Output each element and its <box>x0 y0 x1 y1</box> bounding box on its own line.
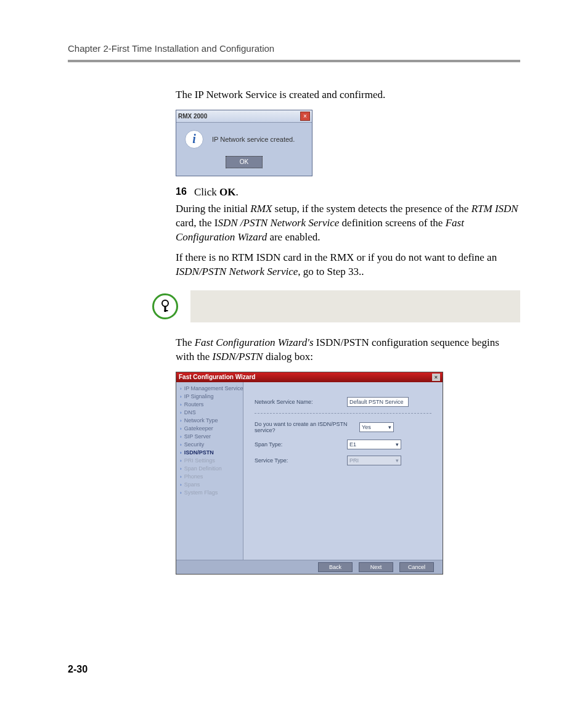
key-icon <box>152 293 178 319</box>
p4-fcw: Fast Configuration Wizard's <box>195 337 314 348</box>
close-icon[interactable]: × <box>432 374 440 381</box>
p4-c: dialog box: <box>263 351 313 362</box>
span-type-label: Span Type: <box>255 441 347 448</box>
sidebar-item-sip-server[interactable]: ›SIP Server <box>176 433 243 441</box>
service-type-label: Service Type: <box>255 457 347 464</box>
sidebar-item-phones[interactable]: ›Phones <box>176 473 243 481</box>
wizard-main: Network Service Name: Default PSTN Servi… <box>243 382 443 560</box>
dialog-rmx2000: RMX 2000 × i IP Network service created.… <box>176 110 312 176</box>
chevron-icon: › <box>180 482 182 488</box>
network-service-name-input[interactable]: Default PSTN Service <box>347 397 409 407</box>
sidebar-item-routers[interactable]: ›Routers <box>176 401 243 409</box>
step-text-b: . <box>236 186 239 198</box>
info-icon: i <box>185 130 203 149</box>
sidebar-item-ip-signaling[interactable]: ›IP Signaling <box>176 393 243 401</box>
p3-b: , go to Step 33.. <box>298 266 364 277</box>
wizard-footer: Back Next Cancel <box>176 560 443 574</box>
sidebar-item-span-definition[interactable]: ›Span Definition <box>176 465 243 473</box>
chevron-icon: › <box>180 394 182 399</box>
paragraph-4: The Fast Configuration Wizard's ISDN/PST… <box>176 336 520 364</box>
back-button[interactable]: Back <box>318 562 353 572</box>
sidebar-item-ip-management[interactable]: ›IP Management Service <box>176 385 243 393</box>
chevron-down-icon: ▾ <box>396 457 399 464</box>
paragraph-intro: The IP Network Service is created and co… <box>176 88 520 102</box>
chevron-icon: › <box>180 474 182 480</box>
p2-rtm: RTM ISDN <box>472 203 518 215</box>
chevron-icon: › <box>180 386 182 391</box>
span-type-select[interactable]: E1▾ <box>347 440 401 449</box>
dialog-message: IP Network service created. <box>212 136 295 143</box>
sidebar-item-isdn-pstn[interactable]: ›ISDN/PSTN <box>176 449 243 457</box>
step-body: Click OK. <box>194 186 239 198</box>
chevron-icon: › <box>180 434 182 440</box>
paragraph-2: During the initial RMX setup, if the sys… <box>176 202 520 245</box>
p4-isdn: ISDN/PSTN <box>213 351 263 362</box>
p2-sdn: SDN /PSTN Network Service <box>218 217 339 229</box>
p4-a: The <box>176 337 195 348</box>
network-service-name-label: Network Service Name: <box>255 399 347 405</box>
dialog-titlebar: RMX 2000 × <box>176 110 312 123</box>
p2-b: setup, if the system detects the presenc… <box>272 203 471 215</box>
note-block <box>68 290 520 322</box>
paragraph-3: If there is no RTM ISDN card in the RMX … <box>176 251 520 279</box>
chevron-down-icon: ▾ <box>388 424 391 430</box>
step-16: 16 Click OK. <box>176 186 520 198</box>
wizard-sidebar: ›IP Management Service ›IP Signaling ›Ro… <box>176 382 243 560</box>
note-bar <box>190 290 520 322</box>
wizard-titlebar: Fast Configuration Wizard × <box>176 372 443 382</box>
p2-d: definition screens of the <box>339 217 445 229</box>
sidebar-item-dns[interactable]: ›DNS <box>176 409 243 417</box>
wizard-title: Fast Configuration Wizard <box>179 374 255 380</box>
sidebar-item-gatekeeper[interactable]: ›Gatekeeper <box>176 425 243 433</box>
header-rule <box>68 60 520 62</box>
chevron-icon: › <box>180 418 182 424</box>
svg-point-0 <box>162 300 168 306</box>
p2-e: are enabled. <box>267 231 320 243</box>
ok-button[interactable]: OK <box>226 156 263 168</box>
cancel-button[interactable]: Cancel <box>399 562 434 572</box>
chevron-icon: › <box>180 490 182 496</box>
divider <box>255 413 431 414</box>
step-text-bold: OK <box>219 186 235 198</box>
sidebar-item-network-type[interactable]: ›Network Type <box>176 417 243 425</box>
p3-a: If there is no RTM ISDN card in the RMX … <box>176 252 497 263</box>
chevron-down-icon: ▾ <box>396 441 399 448</box>
step-text-a: Click <box>194 186 219 198</box>
sidebar-item-spans[interactable]: ›Spans <box>176 481 243 489</box>
chevron-icon: › <box>180 410 182 415</box>
sidebar-item-system-flags[interactable]: ›System Flags <box>176 489 243 497</box>
close-icon[interactable]: × <box>300 112 310 121</box>
chevron-icon: › <box>180 450 182 456</box>
chevron-icon: › <box>180 426 182 432</box>
chevron-icon: › <box>180 466 182 472</box>
step-number: 16 <box>176 186 194 198</box>
p2-a: During the initial <box>176 203 250 215</box>
svg-rect-2 <box>165 310 168 311</box>
wizard-dialog: Fast Configuration Wizard × ›IP Manageme… <box>176 372 443 575</box>
sidebar-item-security[interactable]: ›Security <box>176 441 243 449</box>
p2-c: card, the I <box>176 217 218 229</box>
p3-i: ISDN/PSTN Network Service <box>176 266 298 277</box>
create-isdn-select[interactable]: Yes▾ <box>359 422 394 432</box>
service-type-select: PRI▾ <box>347 456 401 465</box>
next-button[interactable]: Next <box>359 562 393 572</box>
chapter-heading: Chapter 2-First Time Installation and Co… <box>68 43 520 54</box>
p2-rmx: RMX <box>250 203 272 215</box>
chevron-icon: › <box>180 458 182 464</box>
page-number: 2-30 <box>68 664 88 675</box>
create-isdn-question-label: Do you want to create an ISDN/PSTN servi… <box>255 421 359 433</box>
sidebar-item-pri-settings[interactable]: ›PRI Settings <box>176 457 243 465</box>
chevron-icon: › <box>180 442 182 448</box>
dialog-title: RMX 2000 <box>178 113 207 120</box>
chevron-icon: › <box>180 402 182 407</box>
